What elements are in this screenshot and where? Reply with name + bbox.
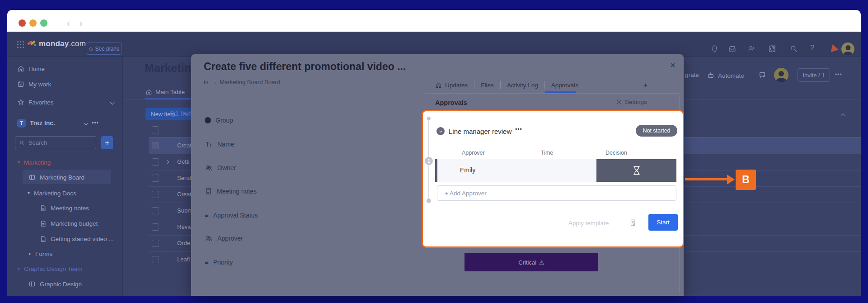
breadcrumb[interactable]: in → Marketing Board Board	[204, 79, 280, 85]
doc-icon	[40, 220, 47, 227]
inbox-icon[interactable]	[728, 44, 737, 55]
group-icon	[205, 117, 211, 123]
sidebar-item-marketing-workspace[interactable]: ▾ Marketing	[18, 155, 51, 170]
board-icon	[28, 280, 36, 288]
board-member-avatar[interactable]	[774, 68, 788, 82]
annotation-arrow-line	[685, 178, 728, 180]
apps-grid-icon[interactable]	[17, 41, 19, 43]
back-icon[interactable]: ‹	[67, 18, 70, 28]
marketplace-puzzle-icon[interactable]	[768, 44, 776, 55]
user-avatar[interactable]	[841, 43, 854, 56]
table-row[interactable]: Orde	[177, 240, 190, 247]
approver-name: Emily	[460, 166, 475, 174]
item-title: Create five different promotional video …	[204, 61, 406, 73]
table-row[interactable]: Subm	[177, 207, 192, 214]
row-checkbox[interactable]	[152, 240, 159, 247]
tab-files[interactable]: Files	[481, 82, 494, 89]
table-row[interactable]: Creat	[177, 142, 192, 149]
hourglass-icon	[632, 166, 642, 175]
see-plans-button[interactable]: ◇ See plans	[86, 43, 122, 55]
tab-activity-log[interactable]: Activity Log	[507, 82, 538, 89]
row-checkbox[interactable]	[152, 207, 159, 214]
tab-main-table[interactable]: Main Table	[145, 89, 185, 95]
text-icon	[205, 140, 213, 148]
row-checkbox[interactable]	[152, 191, 159, 198]
automate-button[interactable]: Automate	[707, 71, 744, 80]
tab-updates[interactable]: Updates	[445, 82, 468, 89]
field-label-priority: ≡ Priority	[205, 258, 233, 266]
caret-down-icon: ▾	[18, 160, 20, 165]
gear-icon	[615, 99, 622, 105]
hamburger-icon: ≡	[205, 211, 209, 219]
row-checkbox[interactable]	[152, 223, 159, 231]
table-row[interactable]: Getti	[177, 158, 189, 166]
table-row[interactable]: Send	[177, 175, 191, 182]
collapse-caret-icon[interactable]	[841, 114, 845, 118]
workspace-selector[interactable]: T Trez Inc. •••	[17, 116, 119, 130]
sidebar-item-getting-started-video[interactable]: Getting started video ...	[40, 232, 114, 246]
doc-icon	[205, 187, 212, 195]
collapse-step-icon[interactable]	[436, 127, 445, 135]
home-icon	[435, 82, 442, 89]
field-label-owner: Owner	[205, 164, 236, 172]
sidebar-item-home[interactable]: Home	[17, 62, 45, 76]
table-row[interactable]: Revie	[177, 223, 192, 231]
table-row[interactable]: Leafl	[177, 256, 190, 263]
integrate-button[interactable]: grate	[685, 71, 699, 78]
doc-icon	[40, 205, 47, 212]
chat-icon[interactable]	[758, 71, 766, 79]
row-checkbox[interactable]	[152, 175, 159, 182]
start-button[interactable]: Start	[648, 214, 678, 231]
my-work-icon	[17, 80, 24, 88]
row-checkbox[interactable]	[152, 158, 159, 166]
invite-button[interactable]: Invite / 1	[798, 68, 830, 82]
sidebar-item-my-work[interactable]: My work	[17, 77, 51, 91]
sidebar-search[interactable]	[15, 136, 96, 149]
forward-icon[interactable]: ›	[80, 18, 83, 28]
row-checkbox[interactable]	[152, 142, 159, 149]
people-icon	[205, 164, 213, 172]
settings-button[interactable]: Settings	[615, 99, 647, 105]
notifications-bell-icon[interactable]	[710, 44, 719, 55]
add-approver-input[interactable]	[437, 190, 676, 197]
search-icon[interactable]	[789, 44, 798, 55]
table-row[interactable]: Creat	[177, 191, 192, 198]
add-approver-field[interactable]	[437, 185, 676, 201]
sidebar-item-marketing-docs[interactable]: ▾ Marketing Docs	[28, 186, 76, 200]
page: ‹ › monday.com ◇ See plans	[0, 0, 868, 303]
tab-approvals[interactable]: Approvals	[551, 82, 578, 89]
help-icon[interactable]: ?	[810, 44, 814, 52]
expand-row-icon[interactable]	[165, 160, 169, 165]
doc-icon	[40, 236, 47, 242]
minimize-window-button[interactable]	[29, 19, 37, 27]
select-all-checkbox[interactable]	[152, 126, 159, 133]
add-tab-button[interactable]: +	[643, 81, 647, 90]
sidebar-item-marketing-budget[interactable]: Marketing budget	[40, 216, 98, 231]
sidebar-item-graphic-design[interactable]: Graphic Design	[28, 277, 82, 291]
add-board-button[interactable]: +	[101, 136, 113, 149]
warning-icon: ⚠	[539, 259, 544, 266]
search-input[interactable]	[28, 139, 83, 146]
hamburger-icon: ≡	[205, 258, 209, 266]
sidebar-item-marketing-board[interactable]: Marketing Board	[28, 170, 84, 185]
invite-members-icon[interactable]	[747, 44, 756, 55]
monday-logo-text[interactable]: monday.com	[39, 39, 86, 48]
workspace-menu-icon[interactable]: •••	[92, 120, 99, 126]
search-icon	[19, 140, 25, 146]
decision-cell[interactable]	[596, 159, 676, 182]
apply-template-button[interactable]: Apply template	[568, 220, 609, 227]
sidebar-item-graphic-design-team[interactable]: ▾ Graphic Design Team	[18, 261, 83, 276]
app-topbar: monday.com ◇ See plans ?	[7, 32, 861, 57]
close-window-button[interactable]	[19, 19, 26, 27]
close-icon[interactable]: ×	[667, 60, 678, 71]
sidebar-item-favorites[interactable]: Favorites	[17, 95, 114, 109]
maximize-window-button[interactable]	[40, 19, 47, 27]
field-value-priority[interactable]: Critical ⚠	[464, 253, 598, 271]
board-menu-icon[interactable]: •••	[835, 71, 842, 78]
sidebar-item-meeting-notes[interactable]: Meeting notes	[40, 201, 89, 215]
step-menu-icon[interactable]: •••	[515, 126, 522, 133]
row-checkbox[interactable]	[152, 256, 159, 263]
approver-row[interactable]: Emily	[435, 159, 676, 182]
sidebar-item-forms[interactable]: ▸ Forms	[29, 246, 52, 261]
template-doc-icon[interactable]	[629, 219, 637, 229]
